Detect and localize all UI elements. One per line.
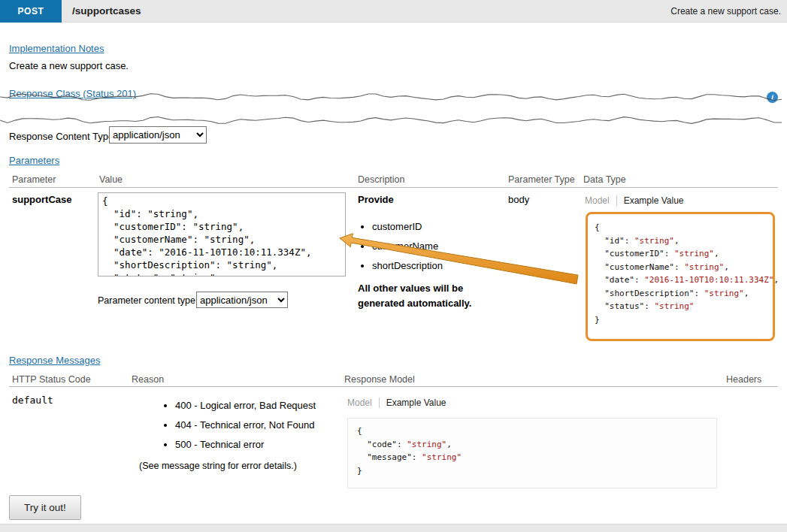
response-class-heading[interactable]: Response Class (Status 201) [9,88,136,99]
response-example-snippet: { "code": "string", "message": "string" … [347,418,717,488]
parameter-name: supportCase [12,194,71,205]
parameter-type-value: body [508,194,529,205]
data-type-tabs: ModelExample Value [585,195,684,206]
list-item: 404 - Technical error, Not Found [175,419,316,431]
parameter-content-type-select[interactable]: application/json [196,292,288,308]
response-model-tabs: ModelExample Value [347,397,446,408]
http-method-badge[interactable]: POST [0,0,62,23]
response-messages-heading[interactable]: Response Messages [9,355,100,366]
try-it-out-button[interactable]: Try it out! [9,495,81,520]
column-header-reason: Reason [132,374,164,385]
response-content-type-select[interactable]: application/json [109,126,207,144]
description-requirements-list: customerID customerName shortDescription [361,221,443,280]
description-note: All other values will be generated autom… [358,281,492,310]
column-header-value: Value [99,174,123,185]
torn-edge-line [0,117,782,124]
example-value-snippet[interactable]: { "id": "string", "customerID": "string"… [586,212,775,341]
implementation-notes-text: Create a new support case. [9,60,129,71]
endpoint-path-link[interactable]: /supportcases [72,0,141,23]
response-reason-note: (See message string for error details.) [139,461,297,471]
column-header-headers: Headers [726,374,761,385]
operation-summary: Create a new support case. [670,0,781,23]
list-item: customerName [372,240,443,252]
swagger-operation-page: POST /supportcases Create a new support … [0,0,787,532]
response-reasons-list: 400 - Logical error, Bad Request 404 - T… [164,400,316,458]
parameters-heading[interactable]: Parameters [9,155,59,166]
parameters-header-divider [9,187,778,188]
column-header-parameter-type: Parameter Type [508,174,575,185]
parameter-value-textarea[interactable]: { "id": "string", "customerID": "string"… [98,192,346,277]
responses-header-divider [9,386,778,387]
response-content-type-label: Response Content Type [9,131,114,142]
column-header-http-status-code: HTTP Status Code [12,374,91,385]
column-header-data-type: Data Type [583,174,626,185]
description-intro: Provide [358,194,394,205]
tab-example-value[interactable]: Example Value [617,195,684,206]
response-json-code: { "code": "string", "message": "string" … [357,425,707,477]
footer-bar [0,524,787,532]
list-item: shortDescription [372,260,443,271]
parameter-content-type-label: Parameter content type: [98,295,198,306]
tab-model[interactable]: Model [585,195,617,206]
list-item: 400 - Logical error, Bad Request [175,400,316,411]
operation-header-bar[interactable]: POST /supportcases Create a new support … [0,0,787,23]
tab-example-value[interactable]: Example Value [380,397,446,408]
tab-model[interactable]: Model [347,397,380,408]
implementation-notes-heading[interactable]: Implementation Notes [9,43,104,54]
column-header-parameter: Parameter [12,174,56,185]
column-header-response-model: Response Model [344,374,415,385]
list-item: customerID [372,221,443,232]
example-json-code: { "id": "string", "customerID": "string"… [595,221,766,326]
list-item: 500 - Technical error [175,439,316,450]
response-status-code: default [12,394,53,406]
info-icon[interactable]: i [767,92,778,103]
column-header-description: Description [358,174,405,185]
